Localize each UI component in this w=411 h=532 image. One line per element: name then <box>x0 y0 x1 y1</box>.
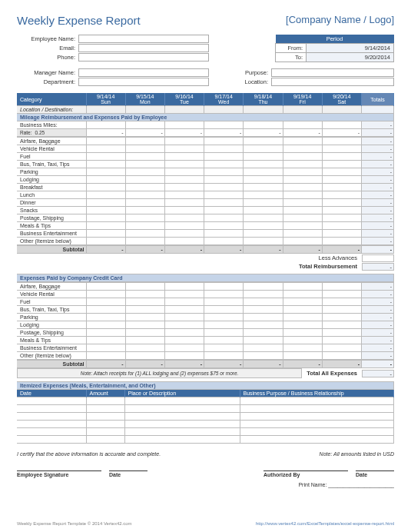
expense-row-label: Business Entertainment <box>17 344 86 352</box>
total-all-value: - <box>362 370 394 377</box>
total-all-label: Total All Expenses <box>307 370 362 377</box>
to-value: 9/20/2014 <box>307 53 394 62</box>
expense-row-label: Dinner <box>17 199 86 207</box>
day-header: 9/18/14Thu <box>244 93 283 106</box>
expense-row-label: Fuel <box>17 153 86 161</box>
less-advances-label: Less Advances <box>319 254 362 262</box>
expense-row-label: Bus, Train, Taxi, Tips <box>17 161 86 168</box>
total-reimbursement-label: Total Reimbursement <box>299 263 362 271</box>
day-header: 9/20/14Sat <box>322 93 361 106</box>
day-header: 9/15/14Mon <box>125 93 164 106</box>
manager-name-label: Manager Name: <box>17 69 78 76</box>
expense-row-label: Vehicle Rental <box>17 291 86 298</box>
phone-label: Phone: <box>17 54 78 61</box>
business-miles-label: Business Miles: <box>17 121 86 129</box>
usd-note: Note: All amounts listed in USD <box>320 451 394 457</box>
receipts-note: Note: Attach receipts for (1) ALL lodgin… <box>17 368 302 378</box>
authorized-by-label: Authorized By <box>264 470 348 477</box>
less-advances-value[interactable] <box>362 254 394 262</box>
day-header: 9/19/14Fri <box>283 93 322 106</box>
section-itemized: Itemized Expenses (Meals, Entertainment,… <box>17 382 394 390</box>
expense-row-label: Breakfast <box>17 184 86 191</box>
expense-row-label: Other (Itemize below) <box>17 352 86 360</box>
category-header: Category <box>17 93 86 106</box>
expense-row-label: Other (Itemize below) <box>17 238 86 245</box>
from-value: 9/14/2014 <box>307 44 394 53</box>
certification-text: I certify that the above information is … <box>17 451 161 457</box>
item-purpose-header: Business Purpose / Business Relationship <box>240 390 394 397</box>
expense-row-label: Meals & Tips <box>17 337 86 344</box>
subtotal-label: Subtotal <box>17 246 86 254</box>
expense-row-label: Lodging <box>17 176 86 184</box>
expense-row-label: Snacks <box>17 207 86 214</box>
page-title: Weekly Expense Report <box>17 14 141 27</box>
expense-row-label: Parking <box>17 314 86 321</box>
location-destination: Location / Destination: <box>17 106 86 114</box>
footer-link: http://www.vertex42.com/ExcelTemplates/e… <box>256 521 394 526</box>
expense-row-label: Airfare, Baggage <box>17 283 86 291</box>
rate-label: Rate: <box>20 130 34 135</box>
footer-copyright: Weekly Expense Report Template © 2014 Ve… <box>17 521 132 526</box>
expense-row-label: Vehicle Rental <box>17 145 86 153</box>
subtotal-label: Subtotal <box>17 361 86 368</box>
expense-row-label: Lunch <box>17 191 86 199</box>
day-header: 9/17/14Wed <box>204 93 244 106</box>
item-amount-header: Amount <box>86 390 124 397</box>
employee-name-label: Employee Name: <box>17 35 78 42</box>
to-label: To: <box>276 53 307 62</box>
location-input[interactable] <box>271 78 394 86</box>
day-header: 9/16/14Tue <box>164 93 204 106</box>
print-name-label: Print Name: <box>298 482 326 487</box>
email-input[interactable] <box>78 44 209 52</box>
day-header: 9/14/14Sun <box>86 93 125 106</box>
item-place-header: Place or Description <box>124 390 240 397</box>
date-label: Date <box>356 470 394 477</box>
manager-name-input[interactable] <box>78 68 209 77</box>
expense-row-label: Parking <box>17 168 86 176</box>
phone-input[interactable] <box>78 53 209 62</box>
department-label: Department: <box>17 78 78 85</box>
purpose-input[interactable] <box>271 68 394 77</box>
section-company-card: Expenses Paid by Company Credit Card <box>17 274 394 282</box>
section-mileage: Mileage Reimbursement and Expenses Paid … <box>17 114 394 121</box>
from-label: From: <box>276 44 307 53</box>
expense-row-label: Lodging <box>17 321 86 329</box>
totals-header: Totals <box>362 93 394 106</box>
date-label: Date <box>109 470 147 477</box>
total-reimbursement-value: - <box>362 263 394 271</box>
period-box: Period From:9/14/2014 To:9/20/2014 <box>275 35 394 62</box>
expense-row-label: Airfare, Baggage <box>17 138 86 145</box>
item-date-header: Date <box>17 390 86 397</box>
purpose-label: Purpose: <box>233 69 271 76</box>
expense-row-label: Business Entertainment <box>17 230 86 238</box>
department-input[interactable] <box>78 78 209 86</box>
email-label: Email: <box>17 45 78 52</box>
company-logo: [Company Name / Logo] <box>286 14 394 25</box>
expense-row-label: Meals & Tips <box>17 222 86 230</box>
category-header-row: Category 9/14/14Sun 9/15/14Mon 9/16/14Tu… <box>17 93 394 106</box>
employee-signature-label: Employee Signature <box>17 470 101 477</box>
employee-name-input[interactable] <box>78 35 209 43</box>
expense-row-label: Bus, Train, Taxi, Tips <box>17 306 86 314</box>
expense-row-label: Postage, Shipping <box>17 214 86 222</box>
location-label: Location: <box>233 78 271 85</box>
expense-row-label: Postage, Shipping <box>17 329 86 337</box>
expense-row-label: Fuel <box>17 298 86 306</box>
rate-value: 0.25 <box>35 130 45 135</box>
expense-table: Category 9/14/14Sun 9/15/14Mon 9/16/14Tu… <box>17 93 394 137</box>
period-header: Period <box>276 35 394 44</box>
